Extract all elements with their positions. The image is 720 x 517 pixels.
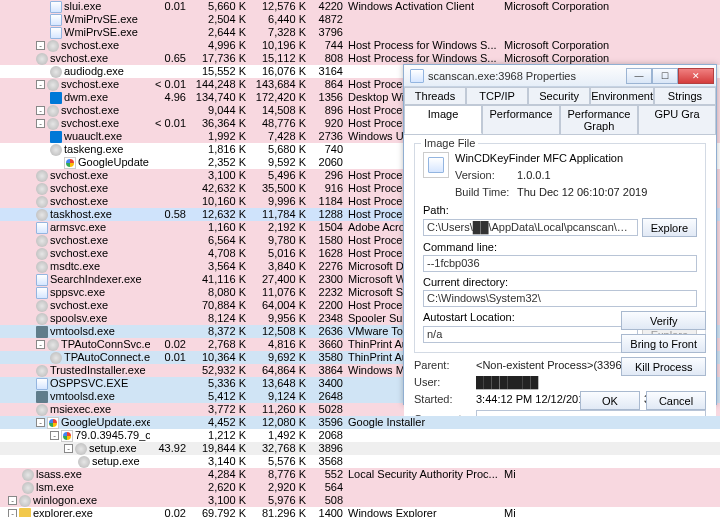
process-icon xyxy=(19,495,31,507)
cell-pb: 3,140 K xyxy=(190,455,250,468)
tree-expander[interactable]: - xyxy=(36,418,45,427)
cell-pid: 3596 xyxy=(310,416,346,429)
tab-performance[interactable]: Performance xyxy=(482,105,560,134)
cell-pb: 8,372 K xyxy=(190,325,250,338)
process-icon xyxy=(50,27,62,39)
cell-pb: 4,996 K xyxy=(190,39,250,52)
process-name: svchost.exe xyxy=(50,182,108,195)
process-icon xyxy=(36,313,48,325)
process-icon xyxy=(47,105,59,117)
process-name: explorer.exe xyxy=(33,507,93,517)
process-icon xyxy=(47,79,59,91)
process-name: GoogleUpdate.exe xyxy=(61,416,150,429)
comment-field[interactable] xyxy=(476,410,706,416)
cancel-button[interactable]: Cancel xyxy=(646,391,706,410)
process-row[interactable]: lsm.exe2,620 K2,920 K564 xyxy=(0,481,720,494)
process-row[interactable]: WmiPrvSE.exe2,504 K6,440 K4872 xyxy=(0,13,720,26)
curdir-field[interactable]: C:\Windows\System32\ xyxy=(423,290,697,307)
cell-ws: 3,840 K xyxy=(250,260,310,273)
tree-expander[interactable]: - xyxy=(64,444,73,453)
cell-pb: 36,364 K xyxy=(190,117,250,130)
cell-cpu: 0.58 xyxy=(150,208,190,221)
cell-ws: 4,816 K xyxy=(250,338,310,351)
cell-pid: 3660 xyxy=(310,338,346,351)
process-icon xyxy=(36,183,48,195)
cell-pid: 1504 xyxy=(310,221,346,234)
tree-expander[interactable]: - xyxy=(36,41,45,50)
process-row[interactable]: -GoogleUpdate.exe4,452 K12,080 K3596Goog… xyxy=(0,416,720,429)
cell-ws: 11,784 K xyxy=(250,208,310,221)
process-name: spoolsv.exe xyxy=(50,312,107,325)
ok-button[interactable]: OK xyxy=(580,391,640,410)
process-row[interactable]: -setup.exe43.9219,844 K32,768 K3896 xyxy=(0,442,720,455)
process-icon xyxy=(47,339,59,351)
tree-expander[interactable]: - xyxy=(50,431,59,440)
cmdline-label: Command line: xyxy=(423,241,697,253)
maximize-button[interactable]: ☐ xyxy=(652,68,678,84)
cell-pid: 1628 xyxy=(310,247,346,260)
cell-pb: 10,160 K xyxy=(190,195,250,208)
process-name: svchost.exe xyxy=(50,247,108,260)
cell-ws: 2,192 K xyxy=(250,221,310,234)
process-row[interactable]: WmiPrvSE.exe2,644 K7,328 K3796 xyxy=(0,26,720,39)
tab-perf-graph[interactable]: Performance Graph xyxy=(560,105,638,134)
verify-button[interactable]: Verify xyxy=(621,311,706,330)
cell-ws: 12,576 K xyxy=(250,0,310,13)
process-icon xyxy=(36,404,48,416)
tree-expander[interactable]: - xyxy=(36,106,45,115)
cell-pid: 3580 xyxy=(310,351,346,364)
tab-security[interactable]: Security xyxy=(528,87,590,104)
started-label: Started: xyxy=(414,393,476,405)
process-row[interactable]: lsass.exe4,284 K8,776 K552Local Security… xyxy=(0,468,720,481)
tabs-row-1: Threads TCP/IP Security Environment Stri… xyxy=(404,87,716,105)
cell-desc: Google Installer xyxy=(346,416,502,429)
cell-ws: 81,296 K xyxy=(250,507,310,517)
cell-cpu: 0.02 xyxy=(150,338,190,351)
cell-pid: 920 xyxy=(310,117,346,130)
tree-expander[interactable]: - xyxy=(36,119,45,128)
process-icon xyxy=(36,274,48,286)
minimize-button[interactable]: — xyxy=(626,68,652,84)
tab-environment[interactable]: Environment xyxy=(590,87,654,104)
tab-threads[interactable]: Threads xyxy=(404,87,466,104)
process-row[interactable]: -svchost.exe4,996 K10,196 K744Host Proce… xyxy=(0,39,720,52)
process-row[interactable]: slui.exe0.015,660 K12,576 K4220Windows A… xyxy=(0,0,720,13)
cell-pid: 2200 xyxy=(310,299,346,312)
bring-to-front-button[interactable]: Bring to Front xyxy=(621,334,706,353)
process-name: lsm.exe xyxy=(36,481,74,494)
tree-expander[interactable]: - xyxy=(36,340,45,349)
process-icon xyxy=(36,235,48,247)
tree-expander[interactable]: - xyxy=(8,509,17,517)
process-name: lsass.exe xyxy=(36,468,82,481)
cell-ws: 12,508 K xyxy=(250,325,310,338)
process-icon xyxy=(75,443,87,455)
explore-path-button[interactable]: Explore xyxy=(642,218,697,237)
process-name: svchost.exe xyxy=(61,39,119,52)
path-field[interactable]: C:\Users\██\AppData\Local\pcanscan\pcans… xyxy=(423,219,638,236)
process-row[interactable]: -79.0.3945.79_chrome...1,212 K1,492 K206… xyxy=(0,429,720,442)
titlebar[interactable]: scanscan.exe:3968 Properties — ☐ ✕ xyxy=(404,65,716,87)
process-row[interactable]: -explorer.exe0.0269,792 K81,296 K1400Win… xyxy=(0,507,720,517)
tab-gpu-graph[interactable]: GPU Gra xyxy=(638,105,716,134)
kill-process-button[interactable]: Kill Process xyxy=(621,357,706,376)
process-row[interactable]: setup.exe3,140 K5,576 K3568 xyxy=(0,455,720,468)
tab-image[interactable]: Image xyxy=(404,105,482,134)
process-name: vmtoolsd.exe xyxy=(50,390,115,403)
close-button[interactable]: ✕ xyxy=(678,68,714,84)
cell-pb: 144,248 K xyxy=(190,78,250,91)
cmdline-field[interactable]: --1fcbp036 xyxy=(423,255,697,272)
process-name: dwm.exe xyxy=(64,91,108,104)
process-name: GoogleUpdate.exe xyxy=(78,156,150,169)
cell-pb: 5,336 K xyxy=(190,377,250,390)
tree-expander[interactable]: - xyxy=(36,80,45,89)
tab-tcpip[interactable]: TCP/IP xyxy=(466,87,528,104)
autostart-field[interactable]: n/a xyxy=(423,326,638,343)
process-name: wuauclt.exe xyxy=(64,130,122,143)
tab-strings[interactable]: Strings xyxy=(654,87,716,104)
process-icon xyxy=(50,14,62,26)
cell-ws: 9,692 K xyxy=(250,351,310,364)
process-row[interactable]: -winlogon.exe3,100 K5,976 K508 xyxy=(0,494,720,507)
tree-expander[interactable]: - xyxy=(8,496,17,505)
dialog-body: Image File WinCDKeyFinder MFC Applicatio… xyxy=(404,135,716,416)
cell-pb: 3,100 K xyxy=(190,494,250,507)
